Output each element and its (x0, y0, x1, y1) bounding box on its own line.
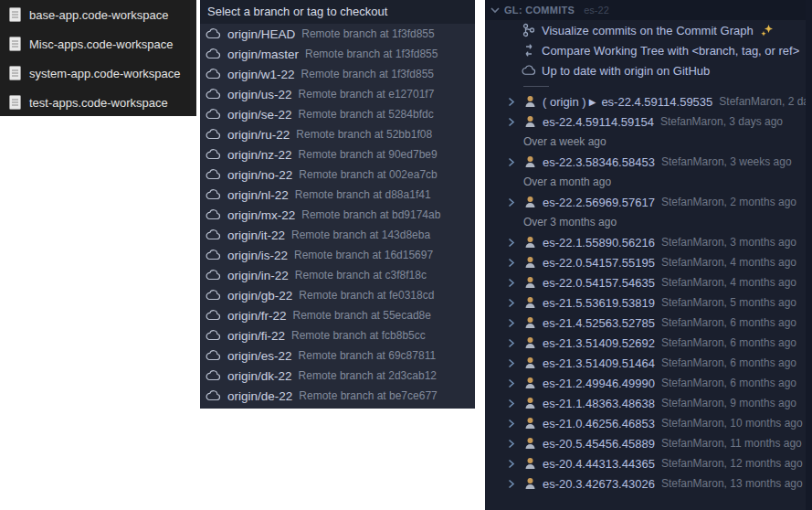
branch-item[interactable]: origin/HEAD Remote branch at 1f3fd855 (200, 24, 475, 44)
commit-row[interactable]: Over a week ago (485, 132, 812, 152)
chevron-right-icon[interactable] (505, 458, 517, 470)
chevron-right-icon[interactable] (505, 257, 517, 269)
commit-author-time: StefanMaron, 11 months ago (661, 437, 802, 450)
chevron-right-icon[interactable] (505, 116, 517, 128)
cloud-icon (206, 28, 221, 39)
author-avatar-icon (524, 356, 536, 369)
chevron-right-icon[interactable] (505, 197, 517, 208)
workspace-file-item[interactable]: base-app.code-workspace (0, 0, 196, 29)
branch-description: Remote branch at 1f3fd855 (301, 27, 434, 40)
branch-item[interactable]: origin/gb-22 Remote branch at fe0318cd (200, 285, 475, 305)
commit-row[interactable]: es-20.5.45456.45889 StefanMaron, 11 mont… (485, 433, 812, 453)
chevron-right-icon[interactable] (505, 277, 517, 289)
time-group-label: Over 3 months ago (523, 216, 617, 228)
commit-row[interactable]: es-21.3.51409.51464 StefanMaron, 6 month… (485, 353, 812, 373)
author-avatar-icon (524, 196, 536, 208)
commits-action-item[interactable]: Up to date with origin on GitHub (485, 60, 812, 80)
branch-item[interactable]: origin/ru-22 Remote branch at 52bb1f08 (200, 124, 475, 144)
commit-row[interactable]: es-22.4.59114.59154 StefanMaron, 3 days … (485, 112, 812, 132)
commit-message: es-22.4.59114.59154 (543, 115, 654, 129)
commit-message: es-22.2.56969.57617 (543, 196, 655, 209)
cloud-icon (206, 229, 221, 240)
commits-action-item[interactable]: Compare Working Tree with <branch, tag, … (485, 40, 812, 60)
chevron-right-icon[interactable] (505, 418, 517, 430)
commit-author-time: StefanMaron, 2 days ago (719, 95, 812, 108)
branch-item[interactable]: origin/in-22 Remote branch at c3f8f18c (200, 265, 475, 285)
scrollbar-track[interactable] (806, 0, 812, 510)
chevron-right-icon[interactable] (505, 377, 517, 389)
gitlens-commits-view: GL: COMMITS es-22 Visualize commits on t… (485, 0, 812, 510)
branch-name: origin/HEAD (227, 27, 295, 41)
branch-item[interactable]: origin/se-22 Remote branch at 5284bfdc (200, 104, 475, 124)
commit-message: es-22.3.58346.58453 (543, 155, 655, 169)
workspace-file-label: base-app.code-workspace (29, 8, 168, 22)
branch-item[interactable]: origin/mx-22 Remote branch at bd9174ab (200, 205, 475, 225)
branch-item[interactable]: origin/es-22 Remote branch at 69c87811 (200, 345, 475, 366)
compare-icon (522, 43, 536, 58)
commit-row[interactable]: es-21.4.52563.52785 StefanMaron, 6 month… (485, 313, 812, 333)
chevron-right-icon[interactable] (505, 96, 517, 108)
branch-name: origin/master (227, 48, 299, 61)
commit-author-time: StefanMaron, 6 months ago (661, 356, 796, 369)
branch-item[interactable]: origin/is-22 Remote branch at 16d15697 (200, 245, 475, 265)
chevron-right-icon[interactable] (505, 478, 517, 490)
commit-row[interactable]: Over a month ago (485, 172, 812, 192)
cloud-icon (206, 48, 221, 59)
branch-item[interactable]: origin/master Remote branch at 1f3fd855 (200, 44, 475, 64)
cloud-icon (206, 350, 221, 361)
commit-message: es-21.0.46256.46853 (543, 417, 655, 430)
chevron-right-icon[interactable] (505, 237, 517, 249)
commit-row[interactable]: es-22.2.56969.57617 StefanMaron, 2 month… (485, 192, 812, 212)
branch-name: origin/in-22 (227, 269, 289, 282)
commit-row[interactable]: es-22.0.54157.55195 StefanMaron, 4 month… (485, 252, 812, 272)
commit-row[interactable]: es-21.0.46256.46853 StefanMaron, 10 mont… (485, 413, 812, 433)
commit-row[interactable]: es-21.1.48363.48638 StefanMaron, 9 month… (485, 393, 812, 413)
commit-row[interactable]: es-22.3.58346.58453 StefanMaron, 3 weeks… (485, 152, 812, 172)
branch-item[interactable]: origin/fi-22 Remote branch at fcb8b5cc (200, 325, 475, 345)
author-avatar-icon (524, 256, 536, 269)
chevron-right-icon[interactable] (505, 156, 517, 168)
commit-row[interactable]: es-21.5.53619.53819 StefanMaron, 5 month… (485, 292, 812, 313)
commit-row[interactable]: es-20.4.44313.44365 StefanMaron, 12 mont… (485, 453, 812, 473)
commit-row[interactable]: es-20.3.42673.43026 StefanMaron, 13 mont… (485, 473, 812, 494)
workspace-file-item[interactable]: system-app.code-workspace (0, 58, 196, 88)
branch-item[interactable]: origin/us-22 Remote branch at e12701f7 (200, 84, 475, 104)
branch-item[interactable]: origin/nz-22 Remote branch at 90ed7be9 (200, 144, 475, 165)
commits-action-item[interactable]: Visualize commits on the Commit Graph (485, 20, 812, 40)
workspace-file-item[interactable]: Misc-apps.code-workspace (0, 29, 196, 58)
branch-item[interactable]: origin/it-22 Remote branch at 143d8eba (200, 225, 475, 245)
author-avatar-icon (524, 115, 536, 128)
branch-item[interactable]: origin/nl-22 Remote branch at d88a1f41 (200, 185, 475, 205)
commit-author-time: StefanMaron, 9 months ago (661, 397, 796, 409)
branch-item[interactable]: origin/fr-22 Remote branch at 55ecad8e (200, 305, 475, 325)
commit-row[interactable]: es-22.0.54157.54635 StefanMaron, 4 month… (485, 272, 812, 292)
commit-row[interactable]: es-22.1.55890.56216 StefanMaron, 3 month… (485, 232, 812, 252)
commit-author-time: StefanMaron, 4 months ago (661, 256, 796, 269)
author-avatar-icon (524, 397, 536, 409)
chevron-right-icon[interactable] (505, 438, 517, 450)
commit-row[interactable]: es-21.2.49946.49990 StefanMaron, 6 month… (485, 373, 812, 393)
cloud-icon (206, 189, 221, 200)
cloud-icon (206, 109, 221, 120)
commit-row[interactable]: es-21.3.51409.52692 StefanMaron, 6 month… (485, 333, 812, 353)
chevron-right-icon[interactable] (505, 357, 517, 369)
cloud-icon (206, 69, 221, 80)
branch-name: origin/nz-22 (227, 148, 292, 162)
branch-item[interactable]: origin/de-22 Remote branch at be7ce677 (200, 386, 475, 406)
branch-description: Remote branch at 5284bfdc (299, 108, 434, 121)
chevron-right-icon[interactable] (505, 398, 517, 409)
commit-row[interactable]: ( origin ) ▶ es-22.4.59114.59535 StefanM… (485, 91, 812, 112)
branch-item[interactable]: origin/dk-22 Remote branch at 2d3cab12 (200, 366, 475, 386)
chevron-right-icon[interactable] (505, 297, 517, 309)
workspace-file-item[interactable]: test-apps.code-workspace (0, 88, 196, 116)
chevron-right-icon[interactable] (505, 337, 517, 349)
commits-section-header[interactable]: GL: COMMITS es-22 (485, 0, 812, 20)
commit-row[interactable]: Over 3 months ago (485, 212, 812, 232)
branch-item[interactable]: origin/w1-22 Remote branch at 1f3fd855 (200, 64, 475, 84)
upstream-indicator: ( origin ) (543, 95, 586, 109)
branch-item[interactable]: origin/no-22 Remote branch at 002ea7cb (200, 165, 475, 185)
author-avatar-icon (524, 296, 536, 309)
commit-message: es-22.0.54157.54635 (543, 276, 655, 290)
branch-quickpick: Select a branch or tag to checkout origi… (200, 0, 475, 409)
chevron-right-icon[interactable] (505, 317, 517, 329)
